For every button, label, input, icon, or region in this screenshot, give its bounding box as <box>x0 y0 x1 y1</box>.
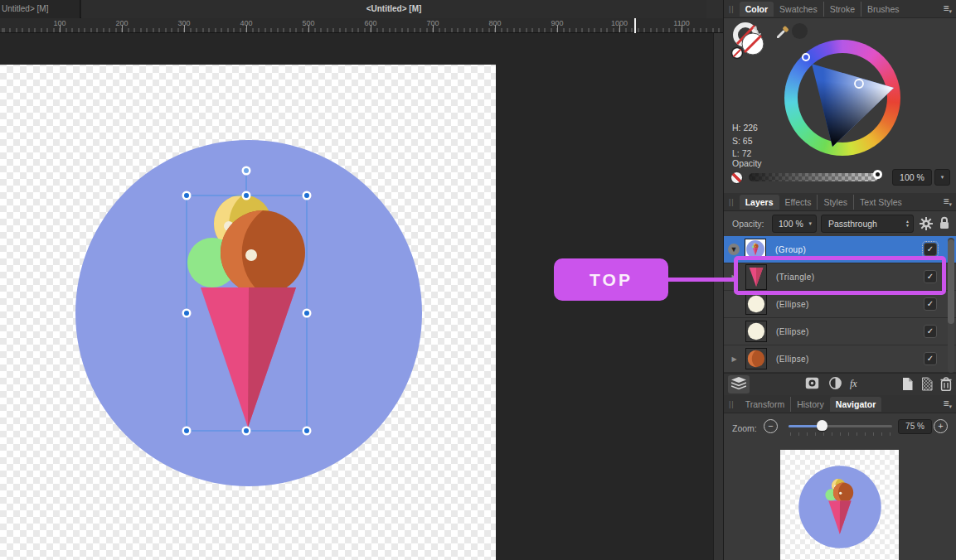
tab-layers[interactable]: Layers <box>740 195 779 210</box>
layer-visibility-checkbox[interactable]: ✓ <box>924 325 937 338</box>
ruler-major-tick <box>60 25 61 32</box>
stepper-arrows-icon: ▲▼ <box>905 220 910 228</box>
hue-ring-selector[interactable] <box>802 53 810 61</box>
panel-grip[interactable]: || <box>729 198 735 206</box>
zoom-in-button[interactable]: + <box>934 419 948 433</box>
opacity-dropdown-button[interactable]: ▾ <box>934 169 950 186</box>
eyedropper-icon[interactable] <box>775 25 790 41</box>
canvas-vertical-scrollbar[interactable] <box>713 33 723 560</box>
ruler-major-tick <box>246 25 247 32</box>
tab-swatches[interactable]: Swatches <box>774 2 823 17</box>
ruler-major-tick <box>308 25 309 32</box>
document-tab-active[interactable]: <Untitled> [M] <box>81 0 706 18</box>
disclosure-down-icon[interactable]: ▼ <box>728 244 740 255</box>
layer-name: (Group) <box>775 245 924 254</box>
fx-icon[interactable]: fx <box>850 378 857 390</box>
layers-toolbar: fx <box>724 373 956 395</box>
zoom-value-field[interactable]: 75 % <box>898 419 932 434</box>
disclosure-right-icon[interactable]: ▶ <box>728 355 740 363</box>
affinity-designer-window: Untitled> [M] <Untitled> [M] 10020030040… <box>0 0 956 560</box>
no-fill-icon[interactable] <box>730 171 743 184</box>
panel-menu-icon[interactable]: ≡▾ <box>943 196 952 208</box>
layer-visibility-checkbox[interactable]: ✓ <box>924 270 937 283</box>
saturation-value: S: 65 <box>732 135 758 148</box>
zoom-label: Zoom: <box>732 423 757 433</box>
layer-name: (Triangle) <box>776 273 924 282</box>
layer-name: (Ellipse) <box>776 300 924 309</box>
ruler-cursor-marker <box>634 18 636 33</box>
layer-thumbnail-ellipse-cream[interactable] <box>745 293 767 315</box>
layer-row-triangle[interactable]: ▶(Triangle)✓ <box>724 263 956 291</box>
tab-stroke[interactable]: Stroke <box>823 2 861 17</box>
tab-styles[interactable]: Styles <box>817 195 853 210</box>
panel-menu-icon[interactable]: ≡▾ <box>943 398 952 410</box>
adjustment-icon[interactable] <box>829 377 842 391</box>
tabbar-end <box>706 0 723 18</box>
tab-transform[interactable]: Transform <box>740 397 790 412</box>
color-wheel[interactable] <box>784 40 900 156</box>
opacity-value-field[interactable]: 100 % <box>892 169 932 186</box>
tab-effects[interactable]: Effects <box>779 195 818 210</box>
mask-layer-icon[interactable] <box>805 377 819 391</box>
layers-panel-header: || LayersEffectsStylesText Styles ≡▾ <box>724 193 956 211</box>
layers-scrollbar-thumb[interactable] <box>948 239 954 324</box>
ruler-major-tick <box>619 25 620 32</box>
ruler-major-tick <box>371 25 371 32</box>
opacity-slider-track[interactable] <box>749 173 878 181</box>
horizontal-ruler[interactable]: 10020030040050060070080090010001100 <box>0 18 723 33</box>
trash-icon[interactable] <box>940 377 952 393</box>
tab-navigator[interactable]: Navigator <box>830 397 881 412</box>
layer-row-ellipse[interactable]: (Ellipse)✓ <box>724 318 956 345</box>
layers-opacity-dropdown[interactable]: 100 %▾ <box>772 215 817 233</box>
new-pixel-layer-icon[interactable] <box>920 377 934 393</box>
ruler-major-tick <box>433 25 434 32</box>
color-panel: || ColorSwatchesStrokeBrushes ≡▾ <box>724 0 956 193</box>
ruler-major-tick <box>682 25 682 32</box>
navigator-panel: || TransformHistoryNavigator ≡▾ Zoom: − … <box>724 395 956 560</box>
layer-thumbnail-ellipse-orange[interactable] <box>745 348 767 369</box>
fill-stroke-swatches[interactable] <box>730 22 770 61</box>
panel-column: || ColorSwatchesStrokeBrushes ≡▾ <box>723 0 956 560</box>
layer-row-ellipse[interactable]: (Ellipse)✓ <box>724 291 956 318</box>
lock-icon[interactable] <box>939 216 950 232</box>
ruler-major-tick <box>557 25 558 32</box>
tab-text-styles[interactable]: Text Styles <box>853 195 908 210</box>
rotation-handle[interactable] <box>242 167 251 176</box>
layer-visibility-checkbox[interactable]: ✓ <box>924 352 937 365</box>
tab-history[interactable]: History <box>790 397 830 412</box>
layer-row-ellipse[interactable]: ▶(Ellipse)✓ <box>724 345 956 373</box>
layer-thumbnail-triangle[interactable] <box>745 264 767 290</box>
gear-icon[interactable] <box>919 216 934 233</box>
tab-color[interactable]: Color <box>740 2 774 17</box>
layer-row-group[interactable]: ▼(Group)✓ <box>724 236 956 263</box>
ruler-minor-ticks <box>0 28 723 32</box>
tab-brushes[interactable]: Brushes <box>861 2 905 17</box>
color-panel-header: || ColorSwatchesStrokeBrushes ≡▾ <box>724 0 956 18</box>
new-layer-icon[interactable] <box>901 377 914 393</box>
layer-thumbnail-group[interactable] <box>745 239 766 260</box>
layer-thumbnail-ellipse-cream[interactable] <box>745 321 767 342</box>
panel-grip[interactable]: || <box>729 400 735 408</box>
layer-visibility-checkbox[interactable]: ✓ <box>924 297 937 311</box>
document-tab-inactive[interactable]: Untitled> [M] <box>0 0 80 18</box>
layer-list: ▼(Group)✓▶(Triangle)✓(Ellipse)✓(Ellipse)… <box>724 236 956 373</box>
ruler-major-tick <box>122 25 123 32</box>
callout-connector-line <box>667 278 735 282</box>
ruler-major-tick <box>495 25 496 32</box>
zoom-slider-knob[interactable] <box>817 420 827 431</box>
layer-visibility-checkbox[interactable]: ✓ <box>924 243 937 256</box>
layers-opacity-label: Opacity: <box>732 219 764 229</box>
current-color-well[interactable] <box>792 23 808 39</box>
navigator-preview[interactable] <box>780 450 899 560</box>
zoom-out-button[interactable]: − <box>764 419 778 433</box>
panel-menu-icon[interactable]: ≡▾ <box>943 2 952 15</box>
layers-panel: || LayersEffectsStylesText Styles ≡▾ Opa… <box>724 193 956 395</box>
hsl-readout: H: 226 S: 65 L: 72 <box>732 122 758 161</box>
blend-mode-dropdown[interactable]: Passthrough ▲▼ <box>821 215 914 233</box>
zoom-slider-ticks <box>790 432 890 436</box>
opacity-label: Opacity <box>732 158 762 168</box>
layers-stack-icon[interactable] <box>728 375 750 393</box>
opacity-slider-knob[interactable] <box>873 170 882 179</box>
hue-value: H: 226 <box>732 122 758 135</box>
panel-grip[interactable]: || <box>729 5 735 13</box>
